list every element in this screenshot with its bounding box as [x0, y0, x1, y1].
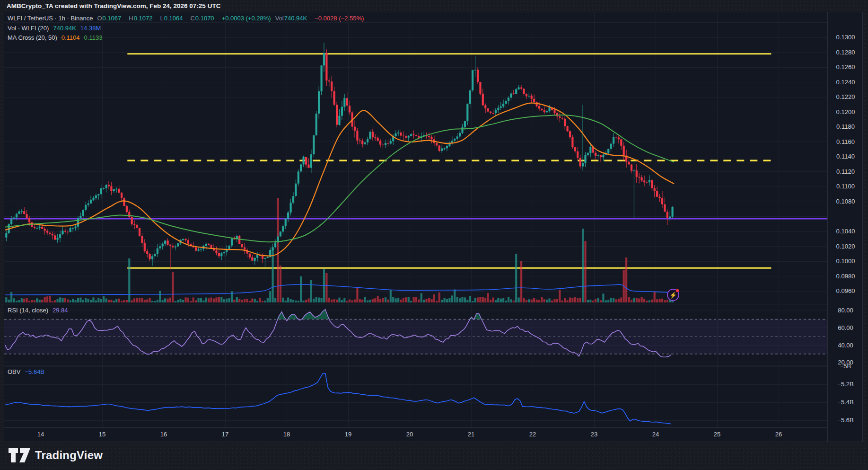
obv-title: OBV [8, 368, 20, 375]
price-tick: 0.1080 [828, 197, 863, 206]
price-tick: 0.1240 [828, 78, 863, 87]
price-levels-layer [4, 54, 827, 268]
time-tick: 25 [708, 431, 727, 438]
volume-change-value: −0.0028 (−2.55%) [315, 15, 364, 22]
chart-plot-area[interactable]: ⚡ WLFI / TetherUS · 1h · BinanceO0.1067H… [4, 12, 827, 427]
svg-text:⚡: ⚡ [669, 291, 677, 299]
obv-value: −5.64B [25, 368, 44, 375]
rsi-title: RSI (14, close) [8, 307, 48, 314]
high-value: 0.1072 [134, 15, 153, 22]
bolt-badge-icon[interactable]: ⚡ [667, 289, 679, 301]
tradingview-logo-text: TradingView [35, 449, 103, 462]
price-tick: 0.1180 [828, 123, 863, 131]
rsi-tick: 60.00 [828, 324, 863, 332]
time-tick: 21 [462, 431, 481, 438]
price-tick: 0.0980 [828, 272, 863, 281]
price-axis[interactable]: USDT 0.1070 34:18 0.13000.12800.12600.12… [827, 12, 863, 442]
time-tick: 18 [277, 431, 296, 438]
rsi-value: 29.84 [53, 307, 68, 314]
time-axis[interactable]: 14151617181920212223242526 [4, 427, 827, 442]
main-series-legend[interactable]: WLFI / TetherUS · 1h · BinanceO0.1067H0.… [8, 14, 368, 23]
time-tick: 16 [154, 431, 173, 438]
ma-cross-title: MA Cross (20, 50) [8, 34, 57, 41]
price-tick: 0.1100 [828, 182, 863, 191]
volume-indicator-title: Vol · WLFI (20) [8, 25, 49, 32]
ma-cross-legend[interactable]: MA Cross (20, 50)0.11040.1133 [8, 33, 106, 43]
rsi-tick: 40.00 [828, 341, 863, 350]
ma20-line [5, 103, 674, 256]
chart-frame: ⚡ WLFI / TetherUS · 1h · BinanceO0.1067H… [4, 12, 863, 442]
open-label: O [97, 15, 102, 22]
volume-ma-line [5, 284, 674, 295]
tradingview-snapshot: AMBCrypto_TA created with TradingView.co… [0, 0, 868, 470]
rsi-overbought-fill [5, 310, 671, 319]
price-tick: 0.1300 [828, 33, 863, 42]
price-tick: 0.1120 [828, 168, 863, 176]
time-tick: 23 [585, 431, 604, 438]
time-tick: 20 [400, 431, 419, 438]
price-tick: 0.1000 [828, 257, 863, 266]
obv-tick: −5.6B [828, 416, 863, 425]
obv-tick: −5.2B [828, 380, 863, 389]
high-label: H [129, 15, 133, 22]
time-tick: 24 [646, 431, 665, 438]
obv-tick: −5B [828, 362, 863, 371]
time-tick: 17 [216, 431, 235, 438]
volume-label: Vol [275, 15, 284, 22]
obv-legend[interactable]: OBV−5.64B [8, 367, 49, 377]
attribution-bar: AMBCrypto_TA created with TradingView.co… [7, 1, 220, 11]
price-tick: 0.1200 [828, 108, 863, 116]
ma50-value: 0.1133 [84, 34, 103, 41]
chart-canvas: ⚡ [4, 12, 827, 427]
volume-value: 740.94K [284, 15, 307, 22]
price-tick: 0.1220 [828, 93, 863, 101]
time-tick: 14 [31, 431, 50, 438]
obv-line [5, 373, 671, 424]
rsi-legend[interactable]: RSI (14, close)29.84 [8, 306, 72, 315]
symbol-title: WLFI / TetherUS · 1h · Binance [8, 15, 93, 22]
price-tick: 0.1040 [828, 227, 863, 236]
tradingview-watermark[interactable]: TradingView [9, 448, 103, 462]
time-tick: 19 [339, 431, 358, 438]
price-tick: 0.1260 [828, 63, 863, 71]
tradingview-logo-icon [9, 448, 30, 462]
time-tick: 26 [769, 431, 788, 438]
volume-ma-value: 14.38M [80, 25, 101, 32]
volume-indicator-legend[interactable]: Vol · WLFI (20)740.94K14.38M [8, 24, 105, 33]
volume-indicator-value: 740.94K [53, 25, 76, 32]
price-tick: 0.0960 [828, 287, 863, 295]
price-tick: 0.1280 [828, 48, 863, 57]
ma20-value: 0.1104 [61, 34, 80, 41]
low-value: 0.1064 [164, 15, 183, 22]
time-tick: 15 [93, 431, 112, 438]
close-value: 0.1070 [195, 15, 214, 22]
close-label: C [190, 15, 194, 22]
change-value: +0.0003 (+0.28%) [222, 15, 271, 22]
price-tick: 0.1140 [828, 152, 863, 161]
rsi-tick: 80.00 [828, 306, 863, 315]
volume-layer [5, 198, 674, 302]
price-tick: 0.1160 [828, 138, 863, 146]
price-tick: 0.1020 [828, 242, 863, 251]
candles-layer [5, 43, 674, 269]
time-tick: 22 [523, 431, 542, 438]
obv-tick: −5.4B [828, 398, 863, 407]
open-value: 0.1067 [103, 15, 122, 22]
low-label: L [160, 15, 163, 22]
